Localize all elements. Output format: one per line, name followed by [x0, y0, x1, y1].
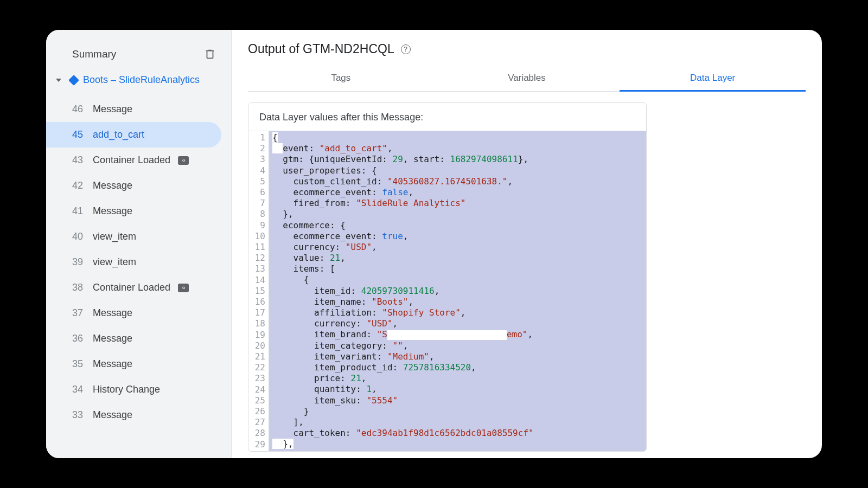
- event-index: 45: [72, 129, 87, 140]
- event-index: 46: [72, 104, 87, 115]
- event-label: Container Loaded: [93, 155, 170, 166]
- code-badge-icon: [178, 284, 189, 292]
- panel-title: Data Layer values after this Message:: [248, 103, 646, 131]
- event-label: History Change: [93, 384, 160, 395]
- event-index: 33: [72, 409, 87, 421]
- sidebar-event-39[interactable]: 39view_item: [46, 249, 221, 275]
- event-index: 37: [72, 307, 87, 319]
- sidebar-event-35[interactable]: 35Message: [46, 351, 221, 377]
- sidebar-header: Summary: [46, 40, 231, 70]
- page-title: Output of GTM-ND2HCQL: [248, 42, 394, 56]
- clear-all-icon[interactable]: [204, 48, 216, 60]
- tab-variables[interactable]: Variables: [434, 66, 620, 91]
- event-index: 38: [72, 282, 87, 293]
- event-label: Message: [93, 206, 132, 217]
- event-label: Message: [93, 180, 132, 191]
- event-label: Message: [93, 333, 132, 344]
- tab-tags[interactable]: Tags: [248, 66, 434, 91]
- sidebar-event-38[interactable]: 38Container Loaded: [46, 275, 221, 300]
- event-label: Container Loaded: [93, 282, 170, 293]
- code-content[interactable]: { event: "add_to_cart", gtm: {uniqueEven…: [269, 131, 646, 451]
- sidebar-event-41[interactable]: 41Message: [46, 198, 221, 224]
- event-index: 42: [72, 180, 87, 191]
- event-label: view_item: [93, 231, 136, 242]
- sidebar-event-46[interactable]: 46Message: [46, 97, 221, 122]
- sidebar-event-45[interactable]: 45add_to_cart: [46, 122, 221, 147]
- code-viewer[interactable]: 1234567891011121314151617181920212223242…: [248, 131, 646, 451]
- event-index: 43: [72, 155, 87, 166]
- event-list: 46Message45add_to_cart43Container Loaded…: [46, 97, 231, 428]
- main-panel: Output of GTM-ND2HCQL ? TagsVariablesDat…: [232, 30, 822, 458]
- sidebar-event-33[interactable]: 33Message: [46, 402, 221, 428]
- panel-area: Data Layer values after this Message: 12…: [232, 92, 822, 458]
- event-index: 34: [72, 384, 87, 395]
- event-label: Message: [93, 307, 132, 319]
- event-index: 41: [72, 206, 87, 217]
- container-icon: [68, 75, 79, 86]
- app-window: Summary Boots – SlideRuleAnalytics 46Mes…: [46, 30, 822, 458]
- event-label: Message: [93, 358, 132, 370]
- sidebar-event-43[interactable]: 43Container Loaded: [46, 147, 221, 173]
- event-index: 40: [72, 231, 87, 242]
- sidebar-event-37[interactable]: 37Message: [46, 300, 221, 326]
- sidebar-event-42[interactable]: 42Message: [46, 173, 221, 198]
- event-label: add_to_cart: [93, 129, 144, 140]
- tabs: TagsVariablesData Layer: [248, 66, 806, 92]
- help-icon[interactable]: ?: [401, 44, 411, 54]
- event-label: view_item: [93, 256, 136, 268]
- data-layer-panel: Data Layer values after this Message: 12…: [248, 102, 647, 452]
- tab-data-layer[interactable]: Data Layer: [620, 66, 806, 91]
- root-label: Boots – SlideRuleAnalytics: [83, 74, 200, 86]
- caret-down-icon: [56, 79, 61, 82]
- event-index: 36: [72, 333, 87, 344]
- sidebar-title: Summary: [72, 48, 116, 60]
- sidebar-event-36[interactable]: 36Message: [46, 326, 221, 351]
- main-header: Output of GTM-ND2HCQL ? TagsVariablesDat…: [232, 30, 822, 92]
- code-badge-icon: [178, 156, 189, 165]
- event-index: 39: [72, 256, 87, 268]
- sidebar: Summary Boots – SlideRuleAnalytics 46Mes…: [46, 30, 232, 458]
- sidebar-tree-root[interactable]: Boots – SlideRuleAnalytics: [46, 70, 231, 93]
- line-gutter: 1234567891011121314151617181920212223242…: [248, 131, 269, 451]
- event-label: Message: [93, 409, 132, 421]
- sidebar-event-34[interactable]: 34History Change: [46, 377, 221, 402]
- event-label: Message: [93, 104, 132, 115]
- event-index: 35: [72, 358, 87, 370]
- sidebar-event-40[interactable]: 40view_item: [46, 224, 221, 249]
